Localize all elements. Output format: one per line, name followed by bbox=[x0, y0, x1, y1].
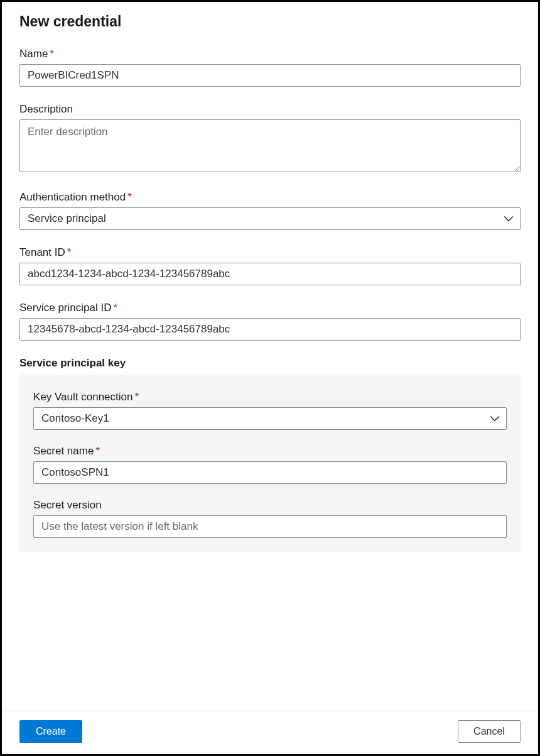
form-content: New credential Name* Description Authent… bbox=[2, 2, 538, 711]
cancel-button[interactable]: Cancel bbox=[458, 720, 521, 743]
field-auth-method: Authentication method* Service principal bbox=[19, 191, 521, 230]
spn-key-group-title: Service principal key bbox=[19, 357, 521, 370]
tenant-id-label-text: Tenant ID bbox=[19, 246, 65, 258]
field-secret-version: Secret version bbox=[33, 499, 507, 538]
key-vault-connection-label-text: Key Vault connection bbox=[33, 391, 132, 403]
spn-id-label: Service principal ID* bbox=[19, 302, 521, 314]
required-asterisk: * bbox=[134, 391, 139, 403]
key-vault-connection-select-wrap: Contoso-Key1 bbox=[33, 407, 507, 430]
auth-method-label: Authentication method* bbox=[19, 191, 521, 204]
footer-bar: Create Cancel bbox=[2, 711, 538, 754]
create-button[interactable]: Create bbox=[19, 720, 82, 743]
secret-version-label: Secret version bbox=[33, 499, 507, 512]
auth-method-label-text: Authentication method bbox=[19, 191, 126, 203]
required-asterisk: * bbox=[127, 191, 132, 203]
spn-id-input[interactable] bbox=[19, 318, 521, 341]
secret-name-label: Secret name* bbox=[33, 445, 507, 457]
tenant-id-input[interactable] bbox=[19, 263, 521, 285]
auth-method-select-wrap: Service principal bbox=[19, 207, 521, 230]
name-label: Name* bbox=[19, 48, 521, 60]
field-name: Name* bbox=[19, 48, 521, 87]
name-input[interactable] bbox=[19, 64, 521, 87]
spn-key-group-box: Key Vault connection* Contoso-Key1 Secre… bbox=[19, 375, 521, 552]
description-label: Description bbox=[19, 103, 521, 116]
field-secret-name: Secret name* bbox=[33, 445, 507, 484]
required-asterisk: * bbox=[67, 246, 72, 258]
field-description: Description bbox=[19, 103, 521, 175]
name-label-text: Name bbox=[19, 48, 48, 60]
secret-name-label-text: Secret name bbox=[33, 445, 94, 457]
key-vault-connection-select[interactable]: Contoso-Key1 bbox=[33, 407, 507, 430]
page-title: New credential bbox=[19, 13, 521, 30]
field-spn-id: Service principal ID* bbox=[19, 302, 521, 341]
key-vault-connection-label: Key Vault connection* bbox=[33, 391, 507, 403]
field-tenant-id: Tenant ID* bbox=[19, 246, 521, 285]
auth-method-select[interactable]: Service principal bbox=[19, 207, 521, 230]
spn-id-label-text: Service principal ID bbox=[19, 302, 111, 314]
secret-name-input[interactable] bbox=[33, 461, 507, 484]
required-asterisk: * bbox=[50, 48, 54, 60]
required-asterisk: * bbox=[113, 302, 117, 314]
tenant-id-label: Tenant ID* bbox=[19, 246, 521, 259]
new-credential-panel: New credential Name* Description Authent… bbox=[0, 0, 540, 756]
required-asterisk: * bbox=[95, 445, 100, 457]
field-key-vault-connection: Key Vault connection* Contoso-Key1 bbox=[33, 391, 507, 430]
description-input[interactable] bbox=[19, 119, 521, 172]
field-spn-key-group: Service principal key Key Vault connecti… bbox=[19, 357, 521, 552]
secret-version-input[interactable] bbox=[33, 515, 507, 538]
